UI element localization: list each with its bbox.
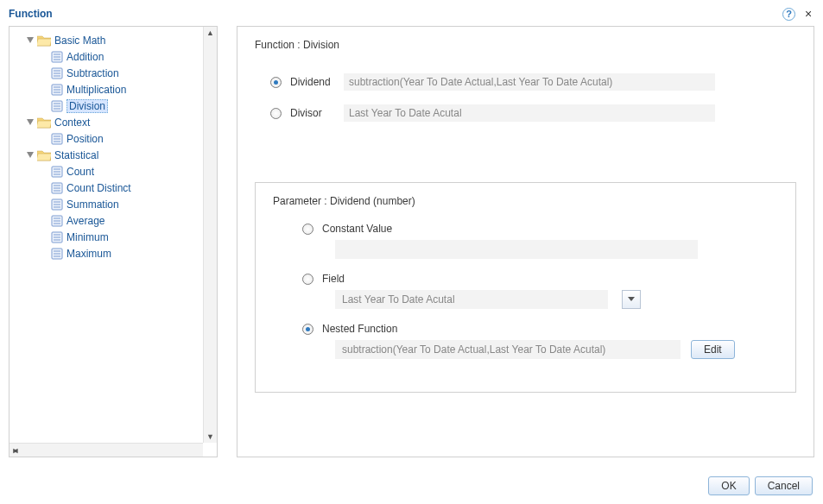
parameter-editor-title: Parameter : Dividend (number) xyxy=(273,195,778,207)
field-select-value: Last Year To Date Acutal xyxy=(342,293,455,306)
folder-icon xyxy=(37,35,51,47)
function-title-name: Division xyxy=(303,39,339,51)
tree-scroll-area[interactable]: Basic MathAdditionSubtractionMultiplicat… xyxy=(11,28,202,442)
function-item-icon xyxy=(51,198,63,211)
tree-item-row[interactable]: Division xyxy=(51,98,200,114)
function-item-icon xyxy=(51,215,63,227)
chevron-down-icon xyxy=(628,297,635,302)
expander-icon[interactable] xyxy=(25,35,35,46)
parameter-editor-panel: Parameter : Dividend (number) Constant V… xyxy=(255,182,796,393)
expander-icon[interactable] xyxy=(25,150,35,161)
function-tree-panel: Basic MathAdditionSubtractionMultiplicat… xyxy=(9,26,218,457)
vertical-scrollbar[interactable]: ▲ ▼ xyxy=(203,27,217,443)
function-item-icon xyxy=(51,84,63,96)
tree-item-label[interactable]: Addition xyxy=(66,51,104,63)
tree-category-row[interactable]: Context xyxy=(25,114,200,130)
param-row-divisor: Divisor Last Year To Date Acutal xyxy=(270,104,796,122)
dialog-header: Function ? × xyxy=(9,5,814,22)
tree-category-row[interactable]: Statistical xyxy=(25,147,200,163)
folder-icon xyxy=(37,149,51,161)
function-item-icon xyxy=(51,100,63,112)
constant-value-input[interactable] xyxy=(335,240,698,259)
radio-nested-function[interactable] xyxy=(302,324,313,335)
param-value-dividend[interactable]: subtraction(Year To Date Actual,Last Yea… xyxy=(344,73,715,91)
horizontal-scrollbar[interactable]: ◄ ► xyxy=(9,443,203,457)
option-row-constant: Constant Value xyxy=(302,223,778,235)
tree-item-row[interactable]: Subtraction xyxy=(51,65,200,81)
function-title: Function : Division xyxy=(255,39,796,51)
param-value-divisor[interactable]: Last Year To Date Acutal xyxy=(344,104,715,122)
field-select-dropdown-button[interactable] xyxy=(622,290,641,309)
function-item-icon xyxy=(51,182,63,194)
tree-category-label[interactable]: Context xyxy=(54,117,90,129)
function-item-icon xyxy=(51,133,63,145)
close-icon[interactable]: × xyxy=(802,8,814,20)
tree-item-label[interactable]: Count Distinct xyxy=(66,182,131,194)
param-label-divisor: Divisor xyxy=(290,107,344,119)
svg-marker-22 xyxy=(27,152,34,158)
tree-item-label[interactable]: Summation xyxy=(66,198,119,211)
function-item-icon xyxy=(51,67,63,79)
tree-item-row[interactable]: Average xyxy=(51,212,200,229)
expander-icon[interactable] xyxy=(25,117,35,128)
param-label-dividend: Dividend xyxy=(290,76,344,88)
param-row-dividend: Dividend subtraction(Year To Date Actual… xyxy=(270,73,796,91)
tree-item-row[interactable]: Maximum xyxy=(51,245,200,261)
tree-item-row[interactable]: Addition xyxy=(51,48,200,65)
option-label-nested: Nested Function xyxy=(322,323,397,335)
tree-category-row[interactable]: Basic Math xyxy=(25,32,200,48)
radio-field[interactable] xyxy=(302,274,313,285)
function-item-icon xyxy=(51,231,63,243)
folder-icon xyxy=(37,117,51,129)
tree-item-row[interactable]: Summation xyxy=(51,196,200,212)
dialog-footer: OK Cancel xyxy=(708,476,813,495)
option-row-field: Field xyxy=(302,273,778,285)
tree-item-label[interactable]: Average xyxy=(66,215,104,227)
cancel-button[interactable]: Cancel xyxy=(755,476,813,495)
option-label-constant: Constant Value xyxy=(322,223,392,235)
radio-divisor[interactable] xyxy=(270,108,282,119)
option-row-nested: Nested Function xyxy=(302,323,778,335)
function-item-icon xyxy=(51,248,63,260)
tree-item-row[interactable]: Count xyxy=(51,163,200,180)
svg-marker-17 xyxy=(27,119,34,125)
function-item-icon xyxy=(51,51,63,63)
tree-item-row[interactable]: Count Distinct xyxy=(51,180,200,196)
radio-dividend[interactable] xyxy=(270,77,282,88)
tree-category-label[interactable]: Basic Math xyxy=(54,35,105,47)
ok-button[interactable]: OK xyxy=(708,476,749,495)
edit-nested-button[interactable]: Edit xyxy=(691,340,735,359)
function-title-prefix: Function : xyxy=(255,39,303,51)
tree-item-row[interactable]: Minimum xyxy=(51,229,200,245)
tree-category-label[interactable]: Statistical xyxy=(54,149,98,161)
function-config-panel: Function : Division Dividend subtraction… xyxy=(237,26,814,457)
function-dialog: Function ? × Basic MathAdditionSubtracti… xyxy=(0,0,823,504)
radio-constant-value[interactable] xyxy=(302,224,313,235)
svg-marker-0 xyxy=(27,37,34,43)
tree-item-label[interactable]: Division xyxy=(66,99,108,113)
tree-item-label[interactable]: Multiplication xyxy=(66,84,126,96)
option-label-field: Field xyxy=(322,273,345,285)
help-icon[interactable]: ? xyxy=(782,8,795,21)
field-select[interactable]: Last Year To Date Acutal xyxy=(335,290,608,309)
tree-item-label[interactable]: Count xyxy=(66,166,94,178)
dialog-title: Function xyxy=(9,8,53,20)
tree-item-label[interactable]: Minimum xyxy=(66,231,109,243)
nested-function-value[interactable]: subtraction(Year To Date Actual,Last Yea… xyxy=(335,340,681,359)
function-item-icon xyxy=(51,166,63,178)
svg-marker-47 xyxy=(628,297,635,301)
tree-item-label[interactable]: Subtraction xyxy=(66,67,119,79)
tree-item-row[interactable]: Multiplication xyxy=(51,81,200,98)
tree-item-label[interactable]: Position xyxy=(66,133,104,145)
tree-item-label[interactable]: Maximum xyxy=(66,248,111,260)
tree-item-row[interactable]: Position xyxy=(51,130,200,147)
